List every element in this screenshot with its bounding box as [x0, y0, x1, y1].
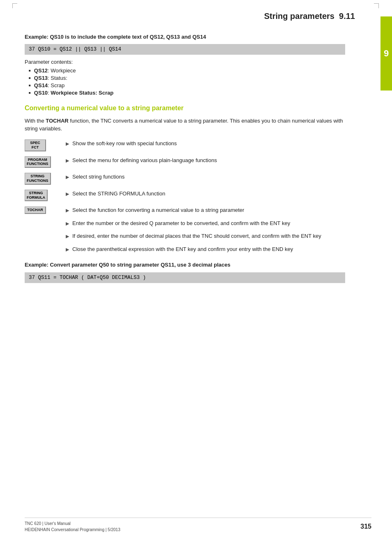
steps-area: SPECFCT ▶Show the soft-key row with spec… [25, 139, 345, 253]
step-key: TOCHAR [25, 206, 58, 214]
chapter-number: 9 [384, 48, 389, 59]
section-number: 9.11 [339, 12, 355, 21]
section-intro: With the TOCHAR function, the TNC conver… [25, 117, 345, 133]
list-item: QS10: Workpiece Status: Scrap [29, 90, 345, 96]
step-arrow: ▶ [66, 208, 69, 213]
step-row: STRINGFUNCTIONS ▶Select string functions [25, 172, 345, 185]
step-text: ▶Select the function for converting a nu… [66, 205, 345, 214]
key-spec-fct: SPECFCT [25, 139, 46, 151]
step-row: SPECFCT ▶Show the soft-key row with spec… [25, 139, 345, 151]
list-item: QS14: Scrap [29, 82, 345, 88]
key-string-functions: STRINGFUNCTIONS [25, 173, 51, 185]
example2-heading: Example: Convert parameter Q50 to string… [25, 261, 345, 269]
footer-line1: TNC 620 | User's Manual [25, 520, 120, 527]
step-arrow: ▶ [66, 234, 69, 239]
key-string-formula: STRINGFORMULA [25, 190, 48, 202]
page-title: String parameters 9.11 [264, 7, 371, 21]
chapter-tab: 9 [380, 16, 392, 91]
step-key: STRINGFUNCTIONS [25, 173, 58, 185]
step-text: ▶Select the menu for defining various pl… [66, 156, 345, 165]
step-row: ▶If desired, enter the number of decimal… [25, 231, 345, 240]
step-text: ▶Show the soft-key row with special func… [66, 139, 345, 148]
example2-code: 37 QS11 = TOCHAR ( DAT+Q50 DECIMALS3 ) [25, 272, 345, 283]
step-arrow: ▶ [66, 158, 69, 163]
step-key: STRINGFORMULA [25, 190, 58, 202]
list-item: QS12: Workpiece [29, 67, 345, 74]
footer-line2: HEIDENHAIN Conversational Programming | … [25, 527, 120, 533]
page-wrapper: 9 String parameters 9.11 Example: QS10 i… [0, 0, 392, 541]
chapter-title: String parameters [264, 12, 334, 21]
step-row: PROGRAMFUNCTIONS ▶Select the menu for de… [25, 156, 345, 168]
step-row: STRINGFORMULA ▶Select the STRING FORMULA… [25, 189, 345, 202]
key-program-functions: PROGRAMFUNCTIONS [25, 156, 51, 168]
footer-left: TNC 620 | User's Manual HEIDENHAIN Conve… [25, 520, 120, 533]
page-header: String parameters 9.11 [0, 0, 392, 25]
step-arrow: ▶ [66, 221, 69, 226]
step-text: ▶Enter the number or the desired Q param… [66, 218, 345, 228]
section-heading: Converting a numerical value to a string… [25, 104, 345, 113]
step-text: ▶If desired, enter the number of decimal… [66, 231, 345, 240]
step-text: ▶Close the parenthetical expression with… [66, 244, 345, 253]
step-key: SPECFCT [25, 139, 58, 151]
step-arrow: ▶ [66, 191, 69, 196]
param-list: QS12: Workpiece QS13: Status: QS14: Scra… [25, 67, 345, 96]
main-content: Example: QS10 is to include the complete… [0, 25, 370, 304]
key-tochar: TOCHAR [25, 207, 46, 214]
step-arrow: ▶ [66, 141, 69, 146]
step-arrow: ▶ [66, 247, 69, 252]
step-row: ▶Enter the number or the desired Q param… [25, 218, 345, 228]
step-row: ▶Close the parenthetical expression with… [25, 244, 345, 253]
step-arrow: ▶ [66, 174, 69, 179]
step-row: TOCHAR ▶Select the function for converti… [25, 205, 345, 214]
example1-heading: Example: QS10 is to include the complete… [25, 33, 345, 41]
step-text: ▶Select the STRING FORMULA function [66, 189, 345, 198]
param-intro: Parameter contents: [25, 59, 345, 65]
page-footer: TNC 620 | User's Manual HEIDENHAIN Conve… [25, 518, 371, 533]
step-text: ▶Select string functions [66, 172, 345, 181]
step-key: PROGRAMFUNCTIONS [25, 156, 58, 168]
example1-code: 37 QS10 = QS12 || QS13 || QS14 [25, 44, 345, 55]
list-item: QS13: Status: [29, 75, 345, 81]
page-number: 315 [360, 523, 371, 530]
corner-mark-tr [374, 3, 379, 8]
corner-mark-tl [12, 3, 17, 8]
